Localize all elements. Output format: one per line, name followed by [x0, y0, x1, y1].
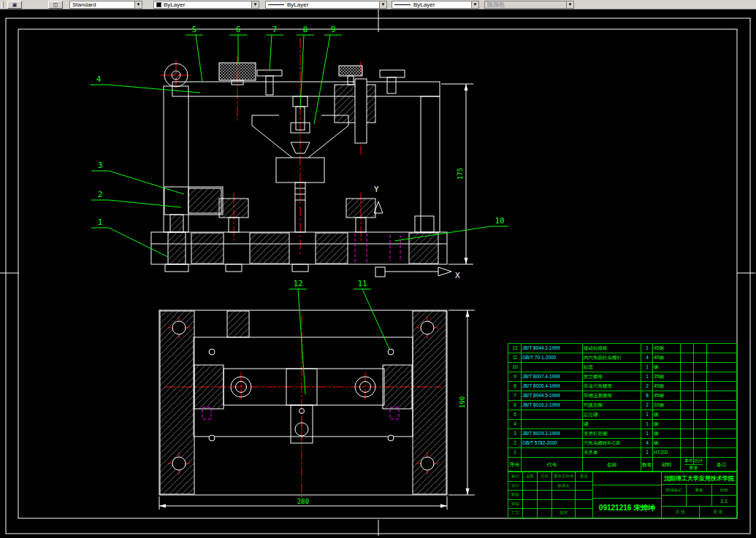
balloon-11: 11 [357, 279, 367, 288]
title-block-revision-cell [552, 500, 576, 509]
top-arm [172, 82, 440, 96]
balloon-6: 6 [236, 25, 241, 34]
dim-plate-height: 190 [448, 310, 475, 495]
chevron-down-icon[interactable]: ▼ [251, 1, 259, 8]
bom-cell-code [522, 448, 583, 457]
bom-cell-remark [707, 410, 736, 419]
color-combo[interactable]: ByLayer ▼ [153, 1, 259, 9]
title-block-revision-cell [523, 509, 538, 518]
bom-cell-total [694, 372, 707, 381]
lineweight-combo[interactable]: ByLayer ▼ [392, 1, 479, 9]
chevron-down-icon[interactable]: ▼ [566, 1, 573, 8]
title-block-revision-cell [576, 482, 592, 491]
bom-cell-name: 带肩六角螺母 [583, 382, 641, 391]
bom-cell-name: 可换垫圈 [583, 401, 641, 410]
bom-cell-unit [681, 429, 694, 438]
title-block-revision-cell: 处数 [523, 472, 538, 481]
bom-row: 8JB/T 8026.4-1999带肩六角螺母245钢 [508, 382, 736, 391]
bom-cell-num: 4 [508, 420, 522, 429]
balloon-8: 8 [303, 25, 308, 34]
title-block-empty-row [593, 485, 661, 499]
bom-cell-unit [681, 401, 694, 410]
bom-cell-num: 6 [508, 401, 522, 410]
bom-cell-name: 发兰螺母 [583, 372, 641, 381]
bom-cell-material: 钢 [653, 429, 681, 438]
bom-cell-num: 3 [508, 429, 522, 438]
bom-cell-qty: 4 [641, 439, 653, 447]
hidden-lines-front [355, 234, 400, 263]
title-block-revision-row: 审核 [508, 500, 592, 510]
bom-cell-num: 10 [508, 363, 522, 372]
title-block-revision-cell [538, 509, 552, 518]
style-combo[interactable]: Standard ▼ [69, 1, 142, 9]
centerlines-top [165, 315, 441, 504]
title-block: 标记处数分区更改文件号签名设计标准化校核审核工艺批准 09121216 宋烨坤 … [508, 472, 737, 518]
title-block-revision-cell [523, 482, 538, 491]
bom-cell-code: JB/T 8016.2-1999 [522, 401, 583, 410]
bom-cell-qty: 1 [641, 429, 653, 438]
bom-cell-num: 1 [508, 448, 522, 457]
title-block-revision-cell: 签名 [576, 472, 592, 481]
dim-front-height: 175 [441, 84, 473, 264]
title-block-revision-cell [552, 491, 576, 499]
color-combo-value: ByLayer [164, 1, 185, 8]
title-block-right: 沈阳理工大学应用技术学院 阶段标记 重量 比例 1:1 共 张 第 张 [662, 472, 736, 518]
linetype-combo[interactable]: ByLayer ▼ [265, 1, 387, 9]
bom-row: 6JB/T 8016.2-1999可换垫圈220钢 [508, 401, 736, 410]
bom-cell-name: 定位键 [583, 410, 641, 419]
bom-cell-name: 键 [583, 420, 641, 429]
new-file-button[interactable]: ▣ [7, 1, 22, 9]
bom-cell-qty: 1 [641, 372, 653, 381]
bom-cell-qty: 2 [641, 382, 653, 391]
title-block-revision-cell: 标记 [508, 472, 523, 481]
bom-cell-material: 钢 [653, 439, 681, 447]
bom-cell-code: JB/T 8026.4-1999 [522, 382, 583, 391]
bom-row: 9JB/T 8007.4-1999发兰螺母135钢 [508, 372, 736, 382]
drawing-title: 09121216 宋烨坤 [593, 499, 661, 518]
bom-cell-qty: 1 [641, 363, 653, 372]
bom-row: 4键1钢 [508, 420, 736, 429]
bom-cell-code [522, 420, 583, 429]
front-view [151, 38, 447, 272]
balloon-2: 2 [98, 190, 103, 199]
bom-cell-num: 9 [508, 372, 522, 381]
bom-header-num: 序号 [508, 458, 522, 472]
chevron-down-icon[interactable]: ▼ [134, 1, 142, 8]
balloon-5: 5 [192, 25, 197, 34]
bom-cell-total [694, 344, 707, 353]
chevron-down-icon[interactable]: ▼ [379, 1, 386, 8]
bom-cell-material: 钢 [653, 420, 681, 429]
balloon-1: 1 [98, 218, 103, 227]
bom-table: 12JB/T 8044.2-1999移动钻模板145钢11GB/T 70.1-2… [508, 343, 737, 472]
dim-plate-height-text: 190 [459, 396, 466, 408]
chevron-down-icon[interactable]: ▼ [471, 1, 478, 8]
lineweight-combo-value: ByLayer [413, 1, 435, 8]
plotstyle-combo[interactable]: 随颜色 ▼ [484, 1, 574, 9]
bom-cell-remark [707, 439, 736, 447]
bom-cell-unit [681, 439, 694, 447]
balloon-3: 3 [98, 161, 103, 170]
title-block-revision-cell [523, 491, 538, 499]
bom-cell-num: 2 [508, 439, 522, 447]
title-block-revision-row: 标记处数分区更改文件号签名 [508, 472, 592, 482]
bom-cell-material: 45钢 [653, 391, 681, 400]
bom-row: 7JB/T 8044.5-1999带槽压紧螺母845钢 [508, 391, 736, 401]
bom-cell-unit [681, 344, 694, 353]
toolbar-grip[interactable] [1, 1, 4, 8]
x-axis-label: X [455, 271, 460, 280]
bom-header-code: 代号 [522, 458, 583, 472]
bom-cell-unit [681, 382, 694, 391]
layer-button[interactable]: ◫ [48, 1, 63, 9]
bom-cell-code [522, 363, 583, 372]
bom-cell-code: JB/T 8007.4-1999 [522, 372, 583, 381]
bom-cell-total [694, 429, 707, 438]
bom-header-unit: 单件 [684, 458, 694, 464]
bom-cell-num: 8 [508, 382, 522, 391]
color-swatch [156, 2, 161, 7]
bom-row: 12JB/T 8044.2-1999移动钻模板145钢 [508, 344, 736, 353]
title-block-revision-cell [538, 491, 552, 499]
bom-header-material: 材料 [653, 458, 681, 472]
title-block-revision-grid: 标记处数分区更改文件号签名设计标准化校核审核工艺批准 [508, 472, 593, 518]
bom-header: 序号 代号 名称 数量 材料 单件 总计 重量 备注 [508, 458, 736, 472]
bom-cell-material: 20钢 [653, 401, 681, 410]
